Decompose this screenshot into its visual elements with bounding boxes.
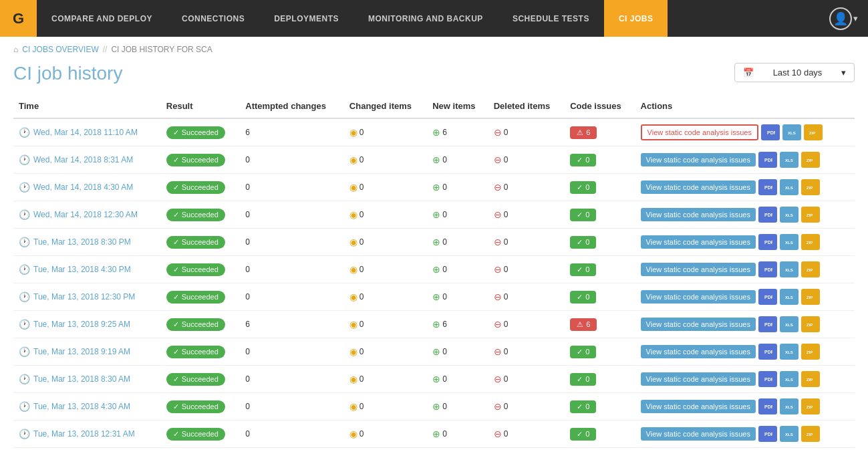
zip-icon: ZIP [806, 319, 815, 328]
svg-text:PDF: PDF [764, 432, 772, 437]
issues-badge-ok: ✓0 [570, 373, 596, 386]
zip-button[interactable]: ZIP [801, 207, 820, 223]
red-dot-icon: ⊖ [494, 209, 502, 220]
breadcrumb: ⌂ CI JOBS OVERVIEW // CI JOB HISTORY FOR… [0, 37, 868, 60]
cell-time: 🕐Wed, Mar 14, 2018 12:30 AM [13, 201, 161, 229]
pdf-button[interactable]: PDF [758, 289, 777, 305]
xls-button[interactable]: XLS [780, 234, 799, 250]
pdf-icon: PDF [763, 182, 772, 191]
view-issues-button[interactable]: View static code analysis issues [641, 372, 756, 386]
nav-ci-jobs[interactable]: CI JOBS [604, 0, 668, 37]
xls-button[interactable]: XLS [780, 152, 799, 168]
pdf-button[interactable]: PDF [758, 234, 777, 250]
xls-button[interactable]: XLS [780, 426, 799, 442]
view-issues-button[interactable]: View static code analysis issues [641, 318, 756, 331]
cell-result: ✓Succeeded [161, 229, 240, 256]
svg-text:PDF: PDF [764, 350, 772, 354]
xls-button[interactable]: XLS [780, 289, 799, 305]
clock-icon: 🕐 [19, 209, 30, 220]
nav-compare-deploy[interactable]: COMPARE AND DEPLOY [37, 0, 167, 37]
result-badge: ✓Succeeded [166, 263, 225, 276]
zip-button[interactable]: ZIP [801, 371, 820, 387]
pdf-button[interactable]: PDF [758, 261, 777, 277]
view-issues-button[interactable]: View static code analysis issues [641, 153, 756, 166]
svg-text:XLS: XLS [785, 295, 793, 300]
cell-actions: View static code analysis issues PDF XLS… [635, 421, 855, 448]
xls-button[interactable]: XLS [780, 179, 799, 195]
xls-button[interactable]: XLS [780, 207, 799, 223]
svg-text:XLS: XLS [785, 323, 793, 327]
zip-button[interactable]: ZIP [804, 124, 823, 140]
pdf-button[interactable]: PDF [758, 316, 777, 332]
view-issues-button[interactable]: View static code analysis issues [641, 400, 756, 413]
result-badge: ✓Succeeded [166, 346, 225, 358]
zip-button[interactable]: ZIP [801, 316, 820, 332]
zip-button[interactable]: ZIP [801, 261, 820, 277]
navbar: G COMPARE AND DEPLOY CONNECTIONS DEPLOYM… [0, 0, 868, 37]
nav-monitoring[interactable]: MONITORING AND BACKUP [353, 0, 498, 37]
view-issues-button[interactable]: View static code analysis issues [641, 290, 756, 304]
view-issues-button[interactable]: View static code analysis issues [641, 235, 756, 249]
cell-deleted: ⊖0 [488, 174, 565, 201]
pdf-button[interactable]: PDF [758, 179, 777, 195]
zip-button[interactable]: ZIP [801, 234, 820, 250]
red-dot-icon: ⊖ [494, 291, 502, 302]
zip-button[interactable]: ZIP [801, 398, 820, 414]
view-issues-button[interactable]: View static code analysis issues [641, 124, 758, 140]
red-dot-icon: ⊖ [494, 237, 502, 247]
xls-button[interactable]: XLS [782, 124, 801, 140]
date-filter-dropdown[interactable]: 📅 Last 10 days ▾ [734, 63, 855, 82]
check-icon: ✓ [577, 156, 583, 164]
nav-schedule-tests[interactable]: SCHEDULE TESTS [498, 0, 604, 37]
zip-button[interactable]: ZIP [801, 152, 820, 168]
issues-badge-ok: ✓0 [570, 400, 596, 413]
svg-text:ZIP: ZIP [807, 241, 813, 245]
table-row: 🕐Tue, Mar 13, 2018 4:30 AM✓Succeeded0◉0⊕… [13, 393, 855, 421]
xls-button[interactable]: XLS [780, 398, 799, 414]
brand-logo[interactable]: G [0, 0, 37, 37]
cell-changed: ◉0 [344, 174, 427, 201]
view-issues-button[interactable]: View static code analysis issues [641, 263, 756, 276]
table-row: 🕐Wed, Mar 14, 2018 8:31 AM✓Succeeded0◉0⊕… [13, 146, 855, 174]
pdf-button[interactable]: PDF [761, 124, 780, 140]
result-badge: ✓Succeeded [166, 291, 225, 304]
view-issues-button[interactable]: View static code analysis issues [641, 208, 756, 221]
red-dot-icon: ⊖ [494, 264, 502, 275]
nav-connections[interactable]: CONNECTIONS [167, 0, 259, 37]
green-dot-icon: ⊕ [432, 346, 440, 357]
svg-text:ZIP: ZIP [807, 158, 813, 162]
pdf-button[interactable]: PDF [758, 426, 777, 442]
cell-actions: View static code analysis issues PDF XLS… [635, 201, 855, 229]
clock-icon: 🕐 [19, 237, 30, 247]
cell-time: 🕐Tue, Mar 13, 2018 9:19 AM [13, 338, 161, 366]
zip-button[interactable]: ZIP [801, 426, 820, 442]
xls-button[interactable]: XLS [780, 371, 799, 387]
cell-deleted: ⊖0 [488, 366, 565, 393]
xls-button[interactable]: XLS [780, 344, 799, 360]
cell-time: 🕐Tue, Mar 13, 2018 12:31 AM [13, 421, 161, 448]
zip-button[interactable]: ZIP [801, 344, 820, 360]
view-issues-button[interactable]: View static code analysis issues [641, 345, 756, 358]
pdf-button[interactable]: PDF [758, 344, 777, 360]
pdf-button[interactable]: PDF [758, 152, 777, 168]
warning-icon: ⚠ [577, 320, 583, 329]
pdf-button[interactable]: PDF [758, 398, 777, 414]
cell-attempted: 0 [240, 393, 344, 421]
pdf-button[interactable]: PDF [758, 207, 777, 223]
nav-deployments[interactable]: DEPLOYMENTS [259, 0, 353, 37]
pdf-button[interactable]: PDF [758, 371, 777, 387]
xls-button[interactable]: XLS [780, 316, 799, 332]
xls-button[interactable]: XLS [780, 261, 799, 277]
yellow-dot-icon: ◉ [349, 291, 357, 302]
cell-issues: ✓0 [565, 256, 635, 283]
user-menu[interactable]: 👤 ▾ [819, 0, 868, 37]
issues-badge-warning: ⚠6 [570, 318, 597, 331]
breadcrumb-parent-link[interactable]: CI JOBS OVERVIEW [22, 45, 98, 54]
view-issues-button[interactable]: View static code analysis issues [641, 427, 756, 441]
zip-button[interactable]: ZIP [801, 179, 820, 195]
home-icon: ⌂ [13, 45, 18, 54]
zip-button[interactable]: ZIP [801, 289, 820, 305]
view-issues-button[interactable]: View static code analysis issues [641, 181, 756, 194]
yellow-dot-icon: ◉ [349, 154, 357, 165]
cell-time: 🕐Wed, Mar 14, 2018 4:30 AM [13, 174, 161, 201]
